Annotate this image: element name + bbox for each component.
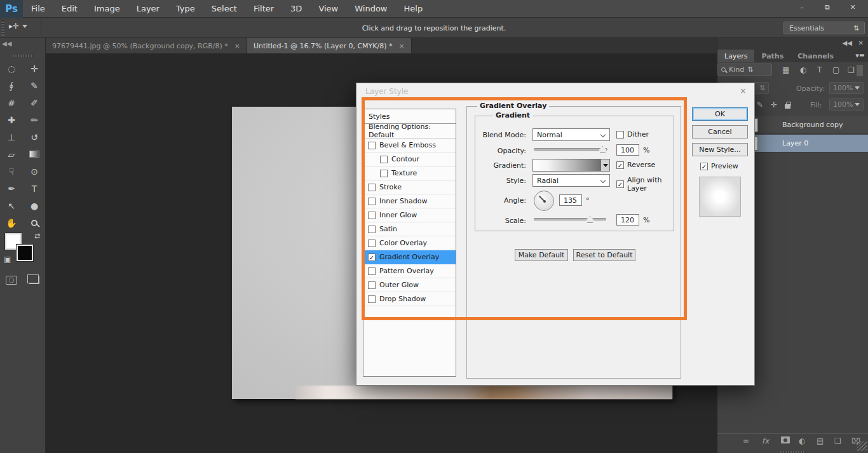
ok-button[interactable]: OK (692, 107, 748, 121)
gradient-picker-button[interactable] (600, 159, 610, 172)
menu-3d[interactable]: 3D (282, 0, 310, 18)
reset-to-default-button[interactable]: Reset to Default (573, 249, 635, 261)
lasso-tool[interactable]: ∮ (0, 77, 23, 94)
hand-tool[interactable]: ✋ (0, 214, 23, 231)
dither-option[interactable]: Dither (616, 130, 649, 139)
style-item-inner-glow[interactable]: Inner Glow (363, 208, 456, 222)
collapse-panels-icon[interactable]: ◀◀ (843, 39, 852, 46)
document-tab-1[interactable]: 97679441.jpg @ 50% (Background copy, RGB… (46, 38, 247, 53)
new-style-button[interactable]: New Style... (692, 143, 748, 156)
filter-adjustment-layers-icon[interactable]: ◐ (800, 65, 806, 74)
style-item-pattern-overlay[interactable]: Pattern Overlay (363, 264, 456, 278)
menu-view[interactable]: View (310, 0, 346, 18)
checkbox[interactable] (368, 295, 376, 303)
opacity-slider[interactable] (534, 145, 607, 154)
blending-options-item[interactable]: Blending Options: Default (363, 124, 456, 139)
collapse-panel-icon[interactable]: ◀◀ (2, 40, 11, 47)
move-tool[interactable]: ✛ (23, 60, 46, 77)
style-item-inner-shadow[interactable]: Inner Shadow (363, 194, 456, 208)
checkbox-checked[interactable]: ✓ (616, 161, 624, 169)
swap-colors-icon[interactable]: ⇄ (34, 232, 40, 240)
style-item-gradient-overlay[interactable]: ✓Gradient Overlay (363, 250, 456, 264)
document-tab-2[interactable]: Untitled-1 @ 16.7% (Layer 0, CMYK/8) * × (247, 38, 412, 53)
path-selection-tool[interactable]: ↖ (0, 197, 23, 214)
filter-smart-object-icon[interactable]: ❏ (848, 65, 855, 74)
checkbox[interactable] (380, 170, 388, 177)
lock-pixels-icon[interactable]: ✎ (757, 100, 763, 109)
close-tab-icon[interactable]: × (234, 42, 240, 50)
checkbox[interactable] (368, 212, 376, 219)
add-layer-mask-icon[interactable] (781, 436, 790, 445)
new-group-folder-icon[interactable]: ▤ (817, 436, 824, 445)
dialog-close-icon[interactable]: ✕ (740, 86, 747, 96)
menu-window[interactable]: Window (346, 0, 395, 18)
pen-tool[interactable]: ✒ (0, 180, 23, 197)
style-item-drop-shadow[interactable]: Drop Shadow (363, 292, 456, 306)
close-tab-icon[interactable]: × (399, 42, 405, 50)
gradient-swatch[interactable] (532, 159, 601, 172)
menu-type[interactable]: Type (168, 0, 203, 18)
layer-style-fx-icon[interactable]: fx (762, 436, 769, 445)
zoom-tool[interactable] (23, 214, 46, 231)
gradient-tool[interactable] (23, 145, 46, 163)
menu-select[interactable]: Select (203, 0, 245, 18)
new-adjustment-layer-icon[interactable]: ◐ (799, 436, 805, 445)
menu-file[interactable]: File (23, 0, 53, 18)
checkbox[interactable] (368, 267, 376, 275)
slider-thumb[interactable] (599, 146, 607, 153)
style-dropdown[interactable]: Radial (532, 174, 610, 187)
menu-layer[interactable]: Layer (128, 0, 168, 18)
checkbox[interactable] (368, 198, 376, 205)
eraser-tool[interactable]: ▱ (0, 145, 23, 163)
align-with-layer-option[interactable]: ✓ Align with Layer (616, 176, 674, 193)
lock-all-icon[interactable] (785, 104, 790, 109)
crop-tool[interactable]: # (0, 94, 23, 111)
type-tool[interactable]: T (23, 180, 46, 197)
tab-channels[interactable]: Channels (790, 50, 841, 62)
style-item-color-overlay[interactable]: Color Overlay (363, 236, 456, 250)
workspace-switcher[interactable]: Essentials ⇅ (783, 22, 865, 34)
tab-paths[interactable]: Paths (754, 50, 790, 62)
opacity-value-field[interactable]: 100 (616, 144, 639, 156)
style-item-texture[interactable]: Texture (363, 166, 456, 180)
checkbox[interactable] (368, 142, 376, 149)
close-icon[interactable]: ✕ (841, 1, 864, 13)
panel-opacity-value[interactable]: 100% (829, 82, 864, 94)
background-color-swatch[interactable] (17, 245, 33, 261)
style-item-contour[interactable]: Contour (363, 152, 456, 166)
close-panel-icon[interactable]: ✕ (858, 39, 864, 46)
checkbox-checked[interactable]: ✓ (700, 163, 708, 170)
checkbox[interactable] (368, 240, 376, 247)
checkbox[interactable] (380, 156, 388, 163)
make-default-button[interactable]: Make Default (515, 249, 568, 261)
filter-type-layers-icon[interactable]: T (817, 65, 822, 74)
quick-mask-button[interactable] (0, 272, 23, 288)
quick-selection-tool[interactable]: ✎ (23, 77, 46, 94)
angle-dial[interactable] (534, 191, 554, 211)
checkbox-checked[interactable]: ✓ (368, 254, 376, 261)
style-item-outer-glow[interactable]: Outer Glow (363, 278, 456, 292)
dodge-tool[interactable]: ⊙ (23, 163, 46, 180)
checkbox-checked[interactable]: ✓ (616, 180, 624, 188)
ellipse-shape-tool[interactable]: ● (23, 197, 46, 214)
filter-shape-layers-icon[interactable]: ▢ (832, 65, 839, 74)
minimize-icon[interactable]: – (790, 1, 813, 13)
screen-mode-button[interactable] (23, 272, 46, 288)
link-layers-icon[interactable]: ∞ (743, 436, 749, 445)
checkbox[interactable] (368, 226, 376, 233)
history-brush-tool[interactable]: ↺ (23, 128, 46, 145)
lock-position-icon[interactable]: ✛ (771, 100, 777, 109)
default-colors-icon[interactable]: ▣ (4, 255, 11, 264)
window-resize-grip[interactable] (857, 441, 867, 451)
angle-value-field[interactable]: 135 (559, 194, 582, 206)
eyedropper-tool[interactable]: ✐ (23, 94, 46, 111)
preview-option[interactable]: ✓ Preview (700, 162, 738, 170)
new-layer-icon[interactable]: ❏ (834, 436, 841, 445)
menu-image[interactable]: Image (86, 0, 128, 18)
menu-filter[interactable]: Filter (245, 0, 282, 18)
smudge-tool[interactable]: ☟ (0, 163, 23, 180)
clone-stamp-tool[interactable]: ⊥ (0, 128, 23, 145)
slider-thumb[interactable] (586, 216, 594, 223)
filter-pixel-layers-icon[interactable]: ▦ (782, 65, 789, 74)
cancel-button[interactable]: Cancel (692, 125, 748, 139)
